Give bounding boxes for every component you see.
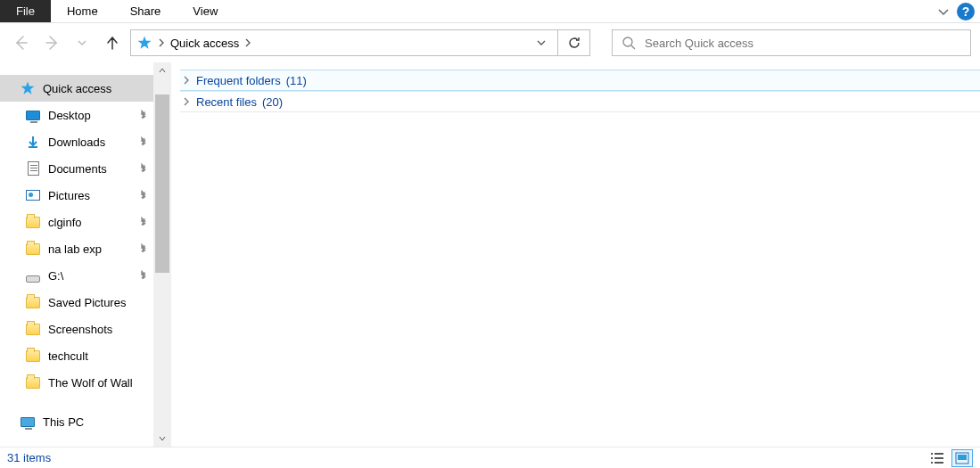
group-label: Frequent folders (196, 74, 281, 87)
scroll-thumb[interactable] (155, 94, 169, 273)
navigation-row: Quick access (0, 23, 980, 62)
svg-rect-6 (935, 453, 943, 455)
navpane-item[interactable]: Quick access (0, 75, 153, 102)
navpane-item[interactable]: G:\ (0, 262, 153, 289)
navpane-scrollbar[interactable] (153, 62, 171, 447)
svg-line-3 (631, 45, 635, 49)
breadcrumb-location[interactable]: Quick access (170, 37, 239, 50)
breadcrumb-sep-icon (244, 38, 251, 47)
pin-icon (137, 242, 150, 254)
help-icon[interactable]: ? (957, 3, 975, 21)
svg-rect-5 (931, 453, 933, 455)
pin-icon (137, 108, 150, 120)
navpane-item-label: Saved Pictures (48, 296, 126, 309)
view-thumbnails-button[interactable] (951, 449, 973, 467)
drive-icon (25, 267, 41, 283)
address-dropdown-icon[interactable] (531, 38, 552, 47)
pin-icon (137, 135, 150, 147)
svg-rect-9 (931, 462, 933, 464)
back-button[interactable] (9, 30, 34, 55)
scroll-down-icon[interactable] (159, 431, 166, 447)
status-bar: 31 items (0, 447, 980, 468)
navpane-item-label: G:\ (48, 269, 63, 283)
ribbon: File Home Share View ? (0, 0, 980, 23)
svg-rect-7 (931, 457, 933, 459)
folder-icon (25, 374, 41, 390)
status-text: 31 items (7, 451, 51, 464)
folder-icon (25, 321, 41, 337)
navpane-item-label: techcult (48, 349, 88, 363)
svg-rect-12 (958, 455, 967, 460)
group-header[interactable]: Recent files (20) (180, 91, 980, 112)
tab-view[interactable]: View (177, 0, 234, 22)
recent-locations-button[interactable] (70, 30, 95, 55)
folder-icon (25, 214, 41, 230)
svg-rect-10 (935, 462, 943, 464)
navpane-item-label: The Wolf of Wall (48, 376, 133, 390)
folder-icon (25, 294, 41, 310)
group-count: (20) (262, 95, 283, 109)
forward-button[interactable] (39, 30, 64, 55)
tab-file[interactable]: File (0, 0, 51, 22)
navpane-item-label: Desktop (48, 109, 91, 122)
quick-access-star-icon (136, 35, 152, 51)
breadcrumb-sep-icon (158, 38, 165, 47)
navpane-item[interactable]: clginfo (0, 209, 153, 235)
search-icon (622, 36, 636, 50)
navpane-item-label: clginfo (48, 216, 82, 229)
navpane-item-label: Screenshots (48, 323, 112, 336)
content-area: Frequent folders (11)Recent files (20) (171, 62, 980, 447)
scroll-up-icon[interactable] (159, 62, 166, 78)
group-count: (11) (286, 74, 307, 87)
pin-icon (137, 268, 150, 281)
pc-icon (20, 414, 36, 430)
ribbon-expand-icon[interactable] (937, 5, 950, 18)
pin-icon (137, 161, 150, 174)
search-input[interactable] (645, 37, 961, 50)
navpane-item-label: This PC (43, 415, 84, 429)
navigation-pane: Quick accessDesktopDownloadsDocumentsPic… (0, 62, 171, 447)
navpane-item[interactable]: This PC (0, 408, 153, 435)
navpane-item[interactable]: Desktop (0, 102, 153, 128)
navpane-item[interactable]: Screenshots (0, 316, 153, 342)
chevron-right-icon (182, 76, 191, 85)
navpane-item-label: Downloads (48, 135, 105, 149)
navpane-item-label: na lab exp (48, 242, 102, 256)
view-details-button[interactable] (926, 449, 948, 467)
navpane-item[interactable]: Saved Pictures (0, 289, 153, 316)
group-label: Recent files (196, 95, 257, 109)
star-icon (20, 80, 36, 96)
folder-icon (25, 241, 41, 257)
address-bar[interactable]: Quick access (130, 29, 558, 56)
group-header[interactable]: Frequent folders (11) (180, 70, 980, 91)
navpane-item-label: Pictures (48, 189, 90, 202)
pin-icon (137, 215, 150, 227)
navpane-item[interactable]: The Wolf of Wall (0, 369, 153, 396)
navpane-item-label: Documents (48, 162, 107, 176)
folder-icon (25, 348, 41, 364)
navpane-item-label: Quick access (43, 82, 111, 95)
doc-icon (25, 160, 41, 177)
navpane-item[interactable]: na lab exp (0, 235, 153, 262)
navpane-item[interactable]: Downloads (0, 128, 153, 155)
svg-point-2 (623, 37, 632, 46)
tab-share[interactable]: Share (114, 0, 177, 22)
svg-rect-8 (935, 457, 943, 459)
pic-icon (25, 187, 41, 203)
pin-icon (137, 188, 150, 201)
navpane-item[interactable]: techcult (0, 342, 153, 369)
chevron-right-icon (182, 97, 191, 106)
refresh-button[interactable] (558, 29, 590, 56)
navpane-item[interactable]: Pictures (0, 182, 153, 209)
tab-home[interactable]: Home (51, 0, 114, 22)
monitor-icon (25, 107, 41, 123)
up-button[interactable] (100, 30, 125, 55)
download-icon (25, 134, 41, 150)
navpane-item[interactable]: Documents (0, 155, 153, 182)
search-box[interactable] (612, 29, 971, 56)
